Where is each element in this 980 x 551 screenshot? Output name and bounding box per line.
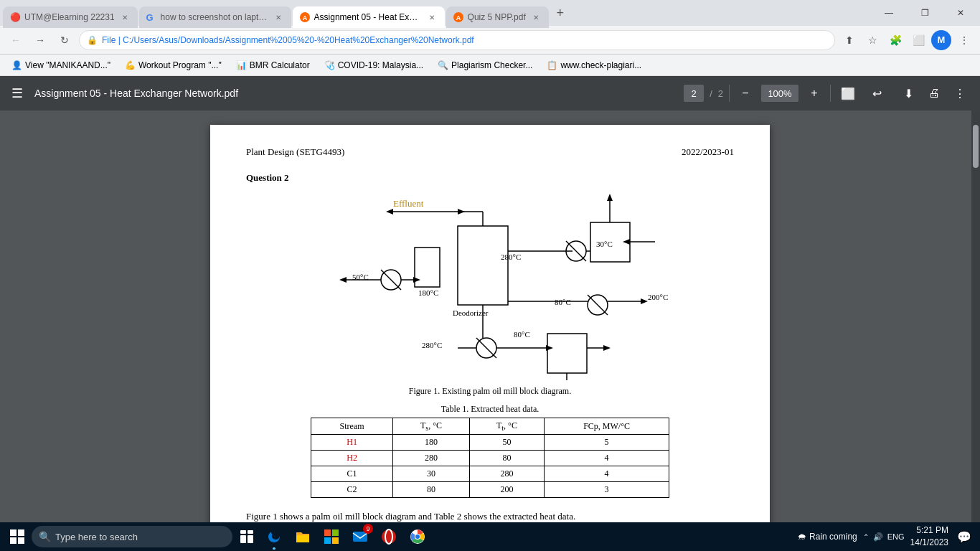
taskbar-opera[interactable] bbox=[376, 524, 402, 550]
heat-data-table: Stream Ts, °C Tt, °C FCp, MW/°C H1 180 5… bbox=[311, 418, 669, 498]
pdf-total-pages: 2 bbox=[718, 88, 723, 99]
forward-button[interactable]: → bbox=[30, 30, 50, 50]
taskbar-store[interactable] bbox=[319, 524, 344, 550]
taskbar-weather[interactable]: 🌧 Rain coming bbox=[798, 532, 857, 542]
profile-button[interactable]: M bbox=[931, 30, 951, 50]
svg-text:30°C: 30°C bbox=[596, 240, 613, 248]
refresh-button[interactable]: ↻ bbox=[55, 30, 75, 50]
share-icon[interactable]: ⬆ bbox=[839, 30, 859, 50]
speaker-icon[interactable]: 🔊 bbox=[873, 532, 883, 542]
pdf-zoom-in-button[interactable]: + bbox=[804, 83, 824, 103]
tt-h2: 80 bbox=[469, 451, 544, 466]
taskbar-file-explorer[interactable] bbox=[290, 524, 316, 550]
tab-assignment[interactable]: A Assignment 05 - Heat Exchanger ✕ bbox=[293, 6, 445, 28]
tab-quiz[interactable]: A Quiz 5 NPP.pdf ✕ bbox=[446, 6, 549, 28]
svg-text:A: A bbox=[456, 14, 461, 22]
bookmark-icon-plagiarism: 🔍 bbox=[438, 60, 448, 70]
bookmark-label-covid: COVID-19: Malaysia... bbox=[338, 60, 423, 70]
pdf-fit-button[interactable]: ⬜ bbox=[837, 82, 859, 105]
address-bar: ← → ↻ 🔒 File | C:/Users/Asus/Downloads/A… bbox=[0, 26, 980, 55]
pdf-more-button[interactable]: ⋮ bbox=[948, 82, 971, 105]
taskbar-mail[interactable]: 9 bbox=[347, 524, 373, 550]
notification-button[interactable]: 💬 bbox=[954, 527, 974, 547]
svg-text:A: A bbox=[302, 14, 307, 22]
pdf-download-button[interactable]: ⬇ bbox=[897, 82, 920, 105]
maximize-button[interactable]: ❐ bbox=[908, 1, 941, 24]
favorites-icon[interactable]: ☆ bbox=[862, 30, 882, 50]
svg-text:80°C: 80°C bbox=[555, 298, 571, 306]
start-button[interactable] bbox=[6, 525, 29, 548]
tray-arrow[interactable]: ⌃ bbox=[863, 533, 869, 541]
mail-badge: 9 bbox=[363, 524, 373, 534]
pdf-print-button[interactable]: 🖨 bbox=[923, 82, 946, 105]
time-display: 5:21 PM bbox=[910, 524, 948, 537]
ts-c2: 80 bbox=[393, 482, 470, 498]
split-screen-icon[interactable]: ⬜ bbox=[908, 30, 928, 50]
pdf-header: Plant Design (SETG4493) 2022/2023-01 bbox=[246, 146, 734, 158]
tab-close-assignment[interactable]: ✕ bbox=[426, 11, 438, 23]
bookmark-bmr[interactable]: 📊 BMR Calculator bbox=[230, 59, 316, 72]
minimize-button[interactable]: — bbox=[872, 1, 905, 24]
tab-close-quiz[interactable]: ✕ bbox=[530, 11, 542, 23]
settings-icon[interactable]: ⋮ bbox=[954, 30, 974, 50]
table-1-caption: Table 1. Extracted heat data. bbox=[246, 404, 734, 415]
taskbar-search[interactable]: 🔍 Type here to search bbox=[32, 526, 232, 547]
bookmark-covid[interactable]: 🩺 COVID-19: Malaysia... bbox=[319, 59, 429, 72]
pdf-page-input[interactable] bbox=[684, 85, 704, 102]
ts-h2: 280 bbox=[393, 451, 470, 466]
tab-favicon-google: G bbox=[146, 12, 156, 22]
tab-google[interactable]: G how to screenshot on laptop - G ✕ bbox=[139, 6, 291, 28]
bookmark-icon-workout: 💪 bbox=[125, 60, 136, 70]
pdf-scrollbar[interactable] bbox=[971, 110, 980, 522]
weather-icon: 🌧 bbox=[798, 532, 806, 542]
bookmark-icon-bmr: 📊 bbox=[236, 60, 247, 70]
svg-text:Effluent: Effluent bbox=[393, 198, 424, 209]
pdf-zoom-input[interactable] bbox=[761, 85, 798, 102]
pdf-rotate-button[interactable]: ↩ bbox=[865, 82, 888, 105]
tab-label-quiz: Quiz 5 NPP.pdf bbox=[468, 12, 526, 22]
svg-marker-37 bbox=[641, 298, 648, 304]
bookmark-icon-manikaand: 👤 bbox=[11, 60, 22, 70]
close-button[interactable]: ✕ bbox=[944, 1, 977, 24]
pdf-zoom-out-button[interactable]: − bbox=[735, 83, 755, 103]
bookmark-workout[interactable]: 💪 Workout Program "..." bbox=[119, 59, 227, 72]
bookmark-check[interactable]: 📋 www.check-plagiari... bbox=[541, 59, 647, 72]
figure-1-caption: Figure 1. Existing palm oil mill block d… bbox=[409, 386, 571, 397]
task-view-button[interactable] bbox=[235, 525, 258, 548]
new-tab-button[interactable]: + bbox=[550, 3, 570, 23]
taskbar-edge[interactable] bbox=[261, 524, 287, 550]
ts-h1: 180 bbox=[393, 435, 470, 451]
svg-rect-55 bbox=[240, 535, 246, 543]
tab-close-elearning[interactable]: ✕ bbox=[119, 11, 131, 23]
extensions-icon[interactable]: 🧩 bbox=[885, 30, 905, 50]
taskbar-time: 5:21 PM 14/1/2023 bbox=[910, 524, 948, 549]
tab-favicon-quiz: A bbox=[453, 12, 463, 22]
taskbar-search-placeholder: Type here to search bbox=[55, 532, 138, 542]
pdf-title: Assignment 05 - Heat Exchanger Network.p… bbox=[34, 88, 675, 99]
pdf-menu-icon[interactable]: ☰ bbox=[9, 83, 26, 104]
weather-label: Rain coming bbox=[809, 532, 857, 542]
svg-text:280°C: 280°C bbox=[501, 253, 521, 261]
taskbar: 🔍 Type here to search 9 bbox=[0, 522, 980, 551]
svg-marker-8 bbox=[386, 209, 393, 215]
table-row: H2 280 80 4 bbox=[311, 451, 669, 466]
svg-marker-23 bbox=[607, 194, 613, 201]
back-button[interactable]: ← bbox=[6, 30, 26, 50]
col-ts: Ts, °C bbox=[393, 418, 470, 435]
taskbar-chrome[interactable] bbox=[405, 524, 430, 550]
bookmark-plagiarism[interactable]: 🔍 Plagiarism Checker... bbox=[432, 59, 538, 72]
figure2-description: Figure 1 shows a palm oil mill block dia… bbox=[246, 511, 734, 522]
bookmark-label-check: www.check-plagiari... bbox=[560, 60, 641, 70]
bookmark-manikaand[interactable]: 👤 View "MANIKAAND..." bbox=[6, 59, 116, 72]
windows-logo bbox=[10, 529, 24, 544]
stream-h1: H1 bbox=[311, 435, 393, 451]
tab-close-google[interactable]: ✕ bbox=[273, 11, 284, 23]
pdf-scrollbar-thumb[interactable] bbox=[973, 125, 979, 168]
language-indicator: ENG bbox=[887, 532, 905, 541]
svg-text:80°C: 80°C bbox=[514, 330, 530, 339]
taskbar-search-icon: 🔍 bbox=[39, 531, 51, 542]
svg-marker-48 bbox=[603, 345, 611, 351]
tt-c1: 280 bbox=[469, 466, 544, 482]
url-bar[interactable]: 🔒 File | C:/Users/Asus/Downloads/Assignm… bbox=[79, 30, 835, 50]
tab-elearning[interactable]: 🔴 UTM@Elearning 22231 ✕ bbox=[3, 6, 138, 28]
